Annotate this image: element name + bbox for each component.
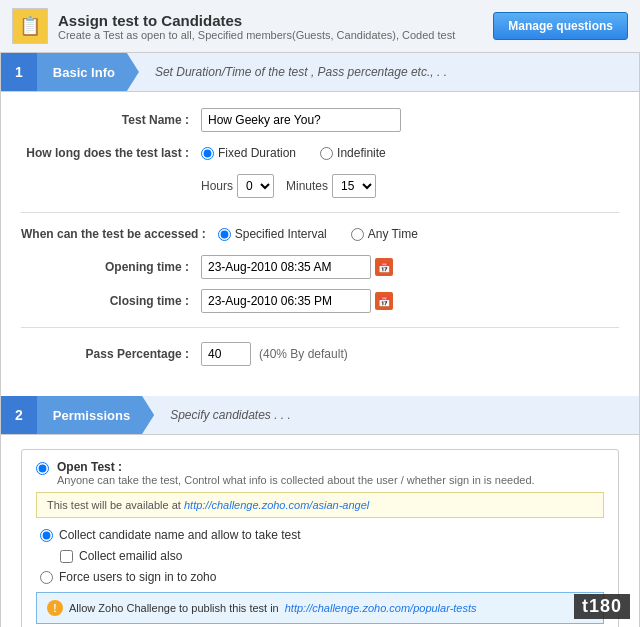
available-text: This test will be available at [47,499,181,511]
page-header: 📋 Assign test to Candidates Create a Tes… [0,0,640,53]
pass-percentage-input[interactable] [201,342,251,366]
collect-name-label: Collect candidate name and allow to take… [59,528,300,542]
closing-calendar-icon[interactable]: 📅 [375,292,393,310]
divider1 [21,212,619,213]
opening-time-input[interactable] [201,255,371,279]
minutes-label: Minutes [286,179,328,193]
specified-interval-label: Specified Interval [235,227,327,241]
test-name-label: Test Name : [21,113,201,127]
header-left: 📋 Assign test to Candidates Create a Tes… [12,8,455,44]
open-test-header: Open Test : Anyone can take the test, Co… [36,460,604,486]
indefinite-radio[interactable] [320,147,333,160]
indefinite-option[interactable]: Indefinite [320,146,386,160]
specified-interval-option[interactable]: Specified Interval [218,227,327,241]
section1-label: Basic Info [37,53,139,91]
section2-desc: Specify candidates . . . [154,400,307,430]
section1-header: 1 Basic Info Set Duration/Time of the te… [1,53,639,92]
available-notice: This test will be available at http://ch… [36,492,604,518]
collect-email-label: Collect emailid also [79,549,182,563]
test-name-input[interactable] [201,108,401,132]
force-signin-radio[interactable] [40,571,53,584]
section2-label: Permissions [37,396,154,434]
section2-header: 2 Permissions Specify candidates . . . [1,396,639,435]
collect-email-checkbox[interactable] [60,550,73,563]
collect-email-row: Collect emailid also [60,549,604,563]
minutes-select[interactable]: 5 10 15 20 30 45 [332,174,376,198]
hours-select[interactable]: 0 1 2 3 [237,174,274,198]
section2-number: 2 [1,396,37,434]
basic-info-form: Test Name : How long does the test last … [1,92,639,396]
duration-row: How long does the test last : Fixed Dura… [21,146,619,160]
watermark: t180 [574,594,630,619]
closing-time-label: Closing time : [21,294,201,308]
pass-percentage-row: Pass Percentage : (40% By default) [21,342,619,366]
hours-label: Hours [201,179,233,193]
force-signin-row: Force users to sign in to zoho [40,570,604,584]
pass-percentage-label: Pass Percentage : [21,347,201,361]
icon-glyph: 📋 [19,15,41,37]
zoho-url[interactable]: http://challenge.zoho.com/popular-tests [285,602,477,614]
test-name-control [201,108,401,132]
section1-desc: Set Duration/Time of the test , Pass per… [139,57,463,87]
permissions-area: Open Test : Anyone can take the test, Co… [1,435,639,627]
pass-percentage-note: (40% By default) [259,347,348,361]
section1-number: 1 [1,53,37,91]
open-test-desc: Anyone can take the test, Control what i… [57,474,535,486]
any-time-label: Any Time [368,227,418,241]
page-subtitle: Create a Test as open to all, Specified … [58,29,455,41]
collect-name-row: Collect candidate name and allow to take… [40,528,604,542]
fixed-duration-radio[interactable] [201,147,214,160]
header-title-block: Assign test to Candidates Create a Test … [58,12,455,41]
open-test-info: Open Test : Anyone can take the test, Co… [57,460,535,486]
access-options: Specified Interval Any Time [218,227,418,241]
opening-time-label: Opening time : [21,260,201,274]
opening-calendar-icon[interactable]: 📅 [375,258,393,276]
indefinite-label: Indefinite [337,146,386,160]
force-signin-label: Force users to sign in to zoho [59,570,216,584]
time-selectors-row: Hours 0 1 2 3 Minutes 5 10 15 20 30 45 [201,174,619,198]
fixed-duration-label: Fixed Duration [218,146,296,160]
open-test-name: Open Test : [57,460,535,474]
duration-options: Fixed Duration Indefinite [201,146,386,160]
test-name-row: Test Name : [21,108,619,132]
info-icon: ! [47,600,63,616]
available-url[interactable]: http://challenge.zoho.com/asian-angel [184,499,369,511]
closing-time-input[interactable] [201,289,371,313]
duration-label: How long does the test last : [21,146,201,160]
manage-questions-button[interactable]: Manage questions [493,12,628,40]
pass-percentage-control: (40% By default) [201,342,348,366]
specified-interval-radio[interactable] [218,228,231,241]
fixed-duration-option[interactable]: Fixed Duration [201,146,296,160]
main-content: 1 Basic Info Set Duration/Time of the te… [0,53,640,627]
access-row: When can the test be accessed : Specifie… [21,227,619,241]
any-time-option[interactable]: Any Time [351,227,418,241]
page-icon: 📋 [12,8,48,44]
zoho-notice: ! Allow Zoho Challenge to publish this t… [36,592,604,624]
open-test-radio[interactable] [36,462,49,475]
open-test-block: Open Test : Anyone can take the test, Co… [21,449,619,627]
page-title: Assign test to Candidates [58,12,455,29]
opening-time-row: Opening time : 📅 [21,255,619,279]
zoho-notice-text: Allow Zoho Challenge to publish this tes… [69,602,279,614]
collect-name-radio[interactable] [40,529,53,542]
divider2 [21,327,619,328]
any-time-radio[interactable] [351,228,364,241]
closing-time-row: Closing time : 📅 [21,289,619,313]
access-label: When can the test be accessed : [21,227,218,241]
